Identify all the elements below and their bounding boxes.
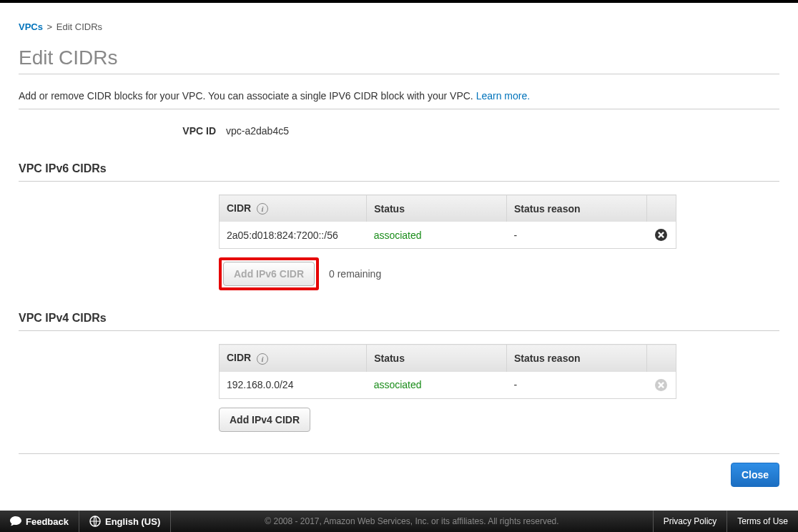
ipv6-table-wrap: CIDR i Status Status reason 2a05:d018:82… (219, 194, 676, 249)
ipv6-table: CIDR i Status Status reason 2a05:d018:82… (219, 194, 676, 249)
privacy-policy-link[interactable]: Privacy Policy (653, 511, 727, 532)
col-header-cidr-text: CIDR (227, 352, 251, 363)
col-header-status: Status (367, 345, 507, 372)
language-button[interactable]: English (US) (79, 511, 171, 532)
main-content: VPCs > Edit CIDRs Edit CIDRs Add or remo… (0, 3, 798, 511)
page-title: Edit CIDRs (19, 46, 779, 74)
cell-status: associated (367, 222, 507, 249)
breadcrumb-current: Edit CIDRs (56, 21, 102, 32)
highlight-annotation: Add IPv6 CIDR (219, 257, 319, 290)
status-badge: associated (374, 230, 422, 241)
breadcrumb-root-link[interactable]: VPCs (19, 21, 43, 32)
language-label: English (US) (105, 516, 160, 527)
col-header-cidr: CIDR i (220, 345, 367, 372)
remove-cidr-icon[interactable] (655, 229, 667, 241)
add-ipv4-cidr-button[interactable]: Add IPv4 CIDR (219, 408, 310, 432)
cell-action (646, 222, 676, 249)
copyright-text: © 2008 - 2017, Amazon Web Services, Inc.… (171, 516, 652, 526)
ipv6-add-row: Add IPv6 CIDR 0 remaining (219, 257, 779, 290)
cell-reason: - (506, 222, 646, 249)
feedback-button[interactable]: Feedback (0, 511, 79, 532)
cell-cidr: 192.168.0.0/24 (220, 372, 367, 399)
status-badge: associated (374, 379, 422, 390)
cell-action (646, 372, 676, 399)
col-header-reason: Status reason (506, 345, 646, 372)
ipv6-section-title: VPC IPv6 CIDRs (19, 162, 779, 182)
description-text: Add or remove CIDR blocks for your VPC. … (19, 90, 473, 102)
col-header-actions (646, 195, 676, 222)
col-header-status: Status (367, 195, 507, 222)
chat-icon (10, 516, 21, 527)
ipv6-remaining-text: 0 remaining (329, 268, 381, 280)
info-icon[interactable]: i (257, 203, 268, 215)
col-header-actions (646, 345, 676, 372)
feedback-label: Feedback (26, 516, 69, 527)
learn-more-link[interactable]: Learn more. (476, 90, 530, 102)
breadcrumb-separator: > (47, 21, 53, 32)
vpc-id-value: vpc-a2dab4c5 (226, 125, 289, 137)
col-header-reason: Status reason (506, 195, 646, 222)
dialog-footer: Close (19, 453, 779, 508)
ipv4-section-title: VPC IPv4 CIDRs (19, 312, 779, 331)
bottom-bar: Feedback English (US) © 2008 - 2017, Ama… (0, 511, 798, 532)
remove-cidr-icon-disabled (655, 379, 667, 391)
vpc-id-label: VPC ID (19, 125, 226, 137)
vpc-id-row: VPC ID vpc-a2dab4c5 (19, 109, 779, 141)
cell-reason: - (506, 372, 646, 399)
page-description: Add or remove CIDR blocks for your VPC. … (19, 80, 779, 109)
ipv4-table: CIDR i Status Status reason 192.168.0.0/… (219, 344, 676, 398)
col-header-cidr: CIDR i (220, 195, 367, 222)
cell-cidr: 2a05:d018:824:7200::/56 (220, 222, 367, 249)
cell-status: associated (367, 372, 507, 399)
add-ipv6-cidr-button: Add IPv6 CIDR (223, 262, 315, 286)
info-icon[interactable]: i (257, 353, 268, 365)
close-button[interactable]: Close (731, 463, 779, 487)
globe-icon (89, 516, 101, 527)
breadcrumb: VPCs > Edit CIDRs (19, 14, 779, 32)
ipv4-add-row: Add IPv4 CIDR (219, 408, 779, 432)
ipv4-table-wrap: CIDR i Status Status reason 192.168.0.0/… (219, 344, 676, 398)
terms-of-use-link[interactable]: Terms of Use (726, 511, 798, 532)
table-row: 192.168.0.0/24 associated - (220, 372, 676, 399)
col-header-cidr-text: CIDR (227, 202, 251, 214)
table-row: 2a05:d018:824:7200::/56 associated - (220, 222, 676, 249)
